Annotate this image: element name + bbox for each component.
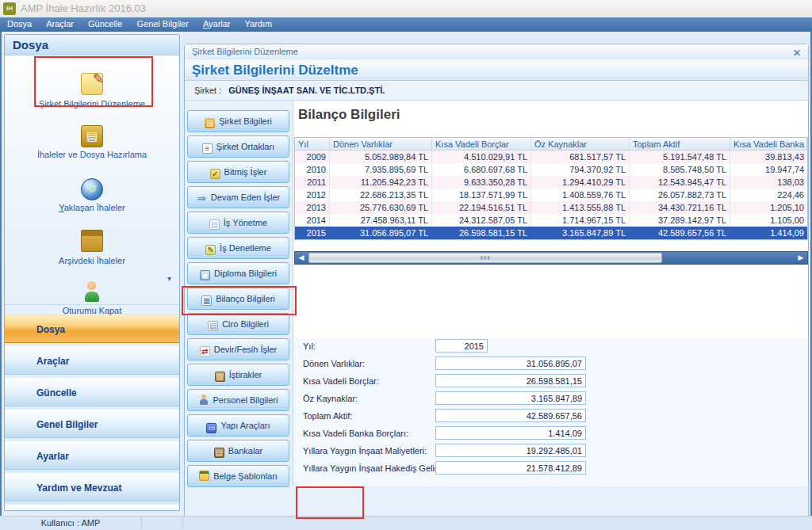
sidebar-item-label: Arşivdeki İhaleler bbox=[5, 256, 179, 265]
nav-button-şirket-bilgileri[interactable]: Şirket Bilgileri bbox=[187, 110, 289, 132]
menu-item-araçlar[interactable]: Araçlar bbox=[39, 17, 81, 32]
accordion-item-yardım-ve-mevzuat[interactable]: Yardım ve Mevzuat bbox=[5, 473, 179, 501]
sidebar-item-şirket-bilgilerini-düzenleme[interactable]: Şirket Bilgilerini Düzenleme bbox=[5, 73, 179, 109]
sidebar-item-yaklaşan-i-haleler[interactable]: Yaklaşan İhaleler bbox=[5, 178, 179, 212]
window-tab-strip: Şirket Bilgilerini Düzenleme ✕ bbox=[185, 44, 808, 59]
table-cell: 19.947,74 bbox=[730, 163, 807, 176]
sidebar-accordion: DosyaAraçlarGüncelleGenel BilgilerAyarla… bbox=[5, 315, 179, 501]
table-cell: 1.413.555,88 TL bbox=[531, 201, 630, 214]
nav-button-devam-eden-i-şler[interactable]: Devam Eden İşler bbox=[187, 186, 289, 208]
form-input-yıllara-yaygın-i-nşaat-maliyetleri[interactable] bbox=[435, 444, 586, 457]
company-line: Şirket : GÜNEŞ İNŞAAT SAN. VE TİC.LTD.ŞT… bbox=[185, 81, 808, 101]
nav-button-bilanço-bilgileri[interactable]: Bilanço Bilgileri bbox=[187, 288, 289, 310]
card-file-icon bbox=[81, 125, 103, 147]
form-row-yıllara-yaygın-i-nşaat-hakediş-gelirleri: Yıllara Yaygın İnşaat Hakediş Gelirleri: bbox=[293, 460, 808, 478]
table-cell: 11.205.942,23 TL bbox=[330, 176, 432, 189]
table-cell: 27.458.963,11 TL bbox=[330, 214, 432, 227]
accordion-item-araçlar[interactable]: Araçlar bbox=[5, 346, 179, 375]
scrollbar-thumb[interactable] bbox=[308, 253, 662, 263]
list-icon bbox=[202, 143, 213, 154]
accordion-item-genel-bilgiler[interactable]: Genel Bilgiler bbox=[5, 410, 179, 438]
menu-item-güncelle[interactable]: Güncelle bbox=[81, 17, 129, 32]
nav-button-yapı-araçları[interactable]: Yapı Araçları bbox=[187, 414, 289, 437]
table-row-2009[interactable]: 20095.052.989,84 TL4.510.029,91 TL681.51… bbox=[295, 151, 807, 163]
company-edit-window: Şirket Bilgilerini Düzenleme ✕ Şirket Bi… bbox=[184, 44, 809, 517]
form-input-kısa-vadeli-borçlar[interactable] bbox=[435, 374, 586, 387]
nav-button-i-ştirakler[interactable]: İştirakler bbox=[187, 364, 289, 386]
accordion-item-güncelle[interactable]: Güncelle bbox=[5, 378, 179, 406]
column-header-toplam-aktif[interactable]: Toplam Aktif bbox=[630, 138, 730, 151]
nav-button-devir-fesih-i-şler[interactable]: Devir/Fesih İşler bbox=[187, 338, 289, 360]
nav-button-i-ş-denetleme[interactable]: İş Denetleme bbox=[187, 237, 289, 259]
section-nav: Şirket BilgileriŞirket OrtaklarıBitmiş İ… bbox=[186, 101, 290, 489]
table-row-2012[interactable]: 201222.686.213,35 TL18.137.571,99 TL1.40… bbox=[295, 189, 807, 201]
menu-item-ayarlar[interactable]: Ayarlar bbox=[196, 17, 238, 32]
table-cell: 31.056.895,07 TL bbox=[330, 227, 432, 239]
nav-button-i-ş-yönetme[interactable]: İş Yönetme bbox=[187, 212, 289, 234]
nav-button-personel-bilgileri[interactable]: Personel Bilgileri bbox=[187, 389, 289, 411]
nav-button-bitmiş-i-şler[interactable]: Bitmiş İşler bbox=[187, 161, 289, 183]
table-row-2010[interactable]: 20107.935.895,69 TL6.680.697,68 TL794.37… bbox=[295, 163, 807, 176]
accordion-item-dosya[interactable]: Dosya bbox=[5, 315, 179, 343]
form-label: Kısa Vadeli Borçlar: bbox=[303, 376, 379, 386]
sidebar-item-label: İhaleler ve Dosya Hazırlama bbox=[5, 150, 179, 159]
table-row-2013[interactable]: 201325.776.630,69 TL22.194.516,51 TL1.41… bbox=[295, 201, 807, 214]
form-label: Yıllara Yaygın İnşaat Hakediş Gelirleri: bbox=[303, 463, 451, 473]
form-input-dönen-varlıklar[interactable] bbox=[435, 357, 586, 370]
company-label: Şirket : bbox=[194, 86, 221, 95]
form-label: Yıllara Yaygın İnşaat Maliyetleri: bbox=[303, 446, 427, 456]
column-header-yıl[interactable]: Yıl bbox=[295, 138, 330, 151]
nav-button-belge-şablonları[interactable]: Belge Şablonları bbox=[187, 465, 289, 487]
nav-button-diploma-bilgileri[interactable]: Diploma Bilgileri bbox=[187, 262, 289, 284]
column-header-öz-kaynaklar[interactable]: Öz Kaynaklar bbox=[531, 138, 630, 151]
chevron-down-icon[interactable]: ▾ bbox=[167, 274, 171, 283]
form-row-öz-kaynaklar: Öz Kaynaklar: bbox=[293, 391, 808, 408]
sidebar-item-arşivdeki-i-haleler[interactable]: Arşivdeki İhaleler bbox=[5, 230, 179, 265]
table-cell: 5.191.547,48 TL bbox=[630, 151, 730, 163]
table-row-2014[interactable]: 201427.458.963,11 TL24.312.587,05 TL1.71… bbox=[295, 214, 807, 227]
table-cell: 2012 bbox=[295, 189, 330, 201]
archive-box-icon bbox=[81, 230, 103, 252]
form-input-öz-kaynaklar[interactable] bbox=[435, 391, 586, 405]
scroll-right-icon[interactable]: ▶ bbox=[795, 252, 807, 264]
menu-item-dosya[interactable]: Dosya bbox=[0, 17, 39, 32]
nav-button-label: İş Denetleme bbox=[220, 243, 271, 253]
menu-item-yardım[interactable]: Yardım bbox=[238, 17, 280, 32]
table-cell: 2015 bbox=[295, 227, 330, 239]
table-cell: 22.194.516,51 TL bbox=[432, 201, 531, 214]
nav-button-şirket-ortakları[interactable]: Şirket Ortakları bbox=[187, 135, 289, 158]
table-cell: 1.105,00 bbox=[730, 214, 807, 227]
nav-button-bankalar[interactable]: Bankalar bbox=[187, 440, 289, 462]
app-title: AMP İhale Hazırlık 2016.03 bbox=[21, 2, 146, 14]
globe-clock-icon bbox=[81, 178, 103, 200]
window-tab-title: Şirket Bilgilerini Düzenleme bbox=[192, 47, 298, 56]
content-panel: Bilanço Bilgileri YılDönen VarlıklarKısa… bbox=[293, 101, 808, 486]
horizontal-scrollbar[interactable]: ◀ ▶ bbox=[294, 251, 808, 265]
menu-item-genel-bilgiler[interactable]: Genel Bilgiler bbox=[129, 17, 195, 32]
form-input-yıl[interactable] bbox=[435, 339, 488, 353]
table-cell: 37.289.142,97 TL bbox=[630, 214, 730, 227]
table-row-2011[interactable]: 201111.205.942,23 TL9.633.350,28 TL1.294… bbox=[295, 176, 807, 189]
table-cell: 9.633.350,28 TL bbox=[432, 176, 531, 189]
nav-button-label: Yapı Araçları bbox=[220, 421, 270, 430]
column-header-dönen-varlıklar[interactable]: Dönen Varlıklar bbox=[330, 138, 432, 151]
table-cell: 3.165.847,89 TL bbox=[531, 227, 630, 239]
form-input-yıllara-yaygın-i-nşaat-hakediş-gelirleri[interactable] bbox=[435, 461, 586, 475]
nav-button-ciro-bilgileri[interactable]: Ciro Bilgileri bbox=[187, 313, 289, 335]
accordion-footer[interactable]: ▾ bbox=[5, 505, 179, 511]
form-label: Öz Kaynaklar: bbox=[303, 394, 358, 403]
accordion-item-ayarlar[interactable]: Ayarlar bbox=[5, 441, 179, 470]
sidebar-item-i-haleler-ve-dosya-hazırlama[interactable]: İhaleler ve Dosya Hazırlama bbox=[5, 125, 179, 159]
table-cell: 2014 bbox=[295, 214, 330, 227]
status-bar: Kullanıcı : AMP bbox=[0, 516, 812, 530]
sidebar-item-oturumu-kapat[interactable]: Oturumu Kapat bbox=[5, 281, 179, 315]
column-header-kısa-vadeli-borçlar[interactable]: Kısa Vadeli Borçlar bbox=[432, 138, 531, 151]
sidebar-header: Dosya bbox=[5, 35, 179, 55]
column-header-kısa-vadeli-banka-borçları[interactable]: Kısa Vadeli Banka Borçları bbox=[730, 138, 807, 151]
scroll-left-icon[interactable]: ◀ bbox=[295, 252, 308, 264]
table-row-2015[interactable]: 201531.056.895,07 TL26.598.581,15 TL3.16… bbox=[295, 227, 807, 239]
form-input-kısa-vadeli-banka-borçları[interactable] bbox=[435, 426, 586, 440]
table-cell: 1.294.410,29 TL bbox=[531, 176, 630, 189]
form-input-toplam-aktif[interactable] bbox=[435, 409, 586, 422]
app-icon: IH bbox=[3, 2, 16, 15]
